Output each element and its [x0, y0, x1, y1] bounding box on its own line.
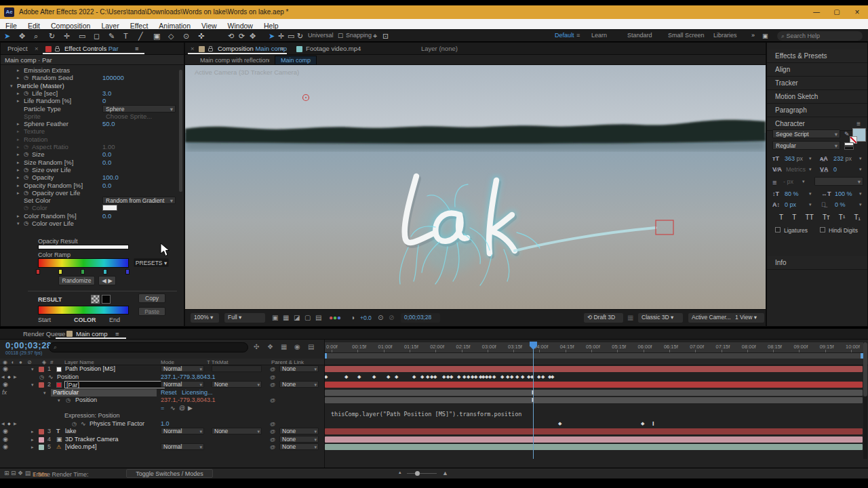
panel-header-effects-presets[interactable]: Effects & Presets: [767, 49, 867, 63]
keyframe-icon[interactable]: ◆: [551, 374, 554, 380]
property-row[interactable]: Set ColorRandom from Gradient▾: [1, 197, 180, 204]
layer-duration-bar[interactable]: [325, 366, 863, 372]
scale-gizmo-icon[interactable]: ▭: [288, 30, 294, 41]
add-keyframe-icon[interactable]: ◆: [7, 373, 11, 381]
property-row[interactable]: ▾Particle (Master): [1, 82, 180, 89]
stopwatch-icon[interactable]: ◷: [24, 220, 28, 227]
tab-effect-controls[interactable]: Effect Controls Par: [64, 45, 119, 52]
keyframe-icon[interactable]: ◆: [492, 374, 496, 380]
property-value[interactable]: 3.0: [102, 89, 111, 97]
workspace-default[interactable]: Default: [555, 32, 574, 39]
timeline-scrollbar[interactable]: [863, 342, 867, 459]
snap-options-icon[interactable]: ⌖: [373, 30, 377, 41]
puppet-tool-icon[interactable]: ✜: [198, 30, 204, 41]
layer-duration-bar[interactable]: [325, 436, 863, 443]
expand-icon[interactable]: ▸: [17, 182, 20, 189]
status-icons[interactable]: ⊞ ⊟ ❖ ▤: [4, 470, 31, 476]
keyframe-icon[interactable]: ◆: [395, 374, 398, 380]
parent-select[interactable]: None▾: [279, 365, 319, 372]
pickwhip-icon[interactable]: @: [270, 436, 275, 443]
trkmat-select[interactable]: None▾: [212, 428, 262, 434]
layer-name[interactable]: Path Position [MS]: [65, 365, 115, 373]
paste-button[interactable]: Paste: [138, 307, 165, 316]
transparency-grid-icon[interactable]: ▦: [283, 313, 289, 323]
expression-text[interactable]: thisComp.layer("Path Position [MS]").tra…: [331, 411, 521, 418]
resolution-select[interactable]: Full ▾: [224, 313, 265, 323]
exposure-icon[interactable]: ◑: [351, 313, 355, 323]
baseline-shift-value[interactable]: 0 px: [785, 201, 796, 208]
stroke-width-arrow[interactable]: ▾: [802, 179, 805, 184]
property-value-expression[interactable]: 237.1,-779.3,8043.1: [161, 396, 216, 404]
prev-keyframe-icon[interactable]: ◀: [1, 373, 5, 381]
property-row[interactable]: SpriteChoose Sprite...: [1, 113, 180, 120]
blend-mode-select[interactable]: Normal▾: [161, 381, 204, 388]
keyframe-icon[interactable]: ◆: [357, 374, 361, 380]
expression-pickwhip-icon[interactable]: @: [179, 405, 185, 412]
type-toggle[interactable]: TT: [806, 214, 814, 221]
licensing-link[interactable]: Licensing...: [182, 389, 213, 396]
pickwhip-icon[interactable]: @: [270, 420, 275, 428]
next-keyframe-icon[interactable]: ▶: [14, 373, 17, 381]
workspace-menu-icon[interactable]: ≡: [576, 32, 580, 39]
fx-badge[interactable]: fx: [2, 389, 7, 396]
pan-camera-icon[interactable]: ⟳: [239, 30, 245, 41]
keyframe-icon[interactable]: ◆: [510, 374, 513, 380]
parent-select[interactable]: None▾: [279, 436, 319, 443]
stopwatch-icon[interactable]: ◷: [66, 396, 71, 404]
show-snapshot-icon[interactable]: ⊘: [389, 313, 394, 323]
keyframe-icon[interactable]: ◆: [541, 374, 545, 380]
property-value[interactable]: 1.0: [161, 420, 170, 428]
parent-select[interactable]: None▾: [279, 443, 319, 450]
timeline-row[interactable]: ◉▸3TlakeNormal▾None▾@None▾: [0, 428, 324, 436]
type-tool-icon[interactable]: T: [123, 30, 128, 41]
keyframe-icon[interactable]: ◆: [641, 421, 644, 426]
expression-graph-icon[interactable]: ∿: [170, 405, 176, 412]
keyframe-icon[interactable]: ◆: [515, 374, 519, 380]
zoom-in-icon[interactable]: ▲: [442, 470, 448, 476]
roi-icon[interactable]: ▣: [272, 313, 278, 323]
workspace-standard[interactable]: Standard: [627, 32, 652, 39]
selection-tool-icon[interactable]: ➤: [4, 30, 10, 41]
timeline-row[interactable]: ◉▾1Path Position [MS]Normal▾@None▾: [0, 365, 324, 373]
tab-layer[interactable]: Layer (none): [421, 45, 458, 52]
expand-icon[interactable]: ▾: [31, 381, 34, 388]
property-row[interactable]: ▸◷Size0.0: [1, 150, 180, 158]
stopwatch-icon[interactable]: ◷: [24, 166, 28, 174]
property-row[interactable]: Particle TypeSphere▾: [1, 105, 180, 113]
trkmat-select[interactable]: None▾: [212, 381, 262, 388]
keyframe-icon[interactable]: ◆: [506, 374, 509, 380]
font-size-value[interactable]: 363 px: [785, 155, 803, 162]
keyframe-icon[interactable]: ◆: [412, 374, 416, 380]
tab-close-icon[interactable]: ×: [191, 45, 195, 52]
font-size-arrow[interactable]: ▾: [809, 156, 812, 161]
type-toggle[interactable]: T: [779, 214, 783, 221]
effect-name-selected[interactable]: Particular: [51, 389, 157, 396]
search-help-input[interactable]: ⌕ Search Help: [777, 31, 863, 41]
property-row[interactable]: ▾◷Color over Life: [1, 220, 180, 227]
tracking-arrow[interactable]: ▾: [859, 167, 862, 172]
layer-name[interactable]: lake: [65, 428, 77, 435]
expand-icon[interactable]: ▾: [43, 389, 46, 396]
layer-duration-bar[interactable]: [325, 428, 863, 434]
blend-mode-select[interactable]: Normal▾: [161, 365, 204, 372]
layer-duration-bar[interactable]: [325, 382, 863, 388]
property-row[interactable]: ▸◷Opacity100.0: [1, 174, 180, 181]
breadcrumb-current[interactable]: Main comp: [275, 56, 317, 65]
pickwhip-icon[interactable]: @: [270, 443, 275, 451]
stopwatch-icon[interactable]: ◷: [24, 150, 28, 158]
property-row[interactable]: ▸Sphere Feather50.0: [1, 120, 180, 127]
breadcrumb-prev[interactable]: Main comp with reflection: [200, 57, 269, 64]
tab-main-comp[interactable]: Main comp: [76, 330, 107, 338]
expand-icon[interactable]: ▸: [17, 89, 20, 97]
opacity-result-bar[interactable]: [38, 245, 129, 249]
workspace-overflow[interactable]: »: [751, 32, 755, 39]
expand-icon[interactable]: ▾: [31, 365, 34, 373]
rotate-gizmo-icon[interactable]: ↻: [297, 30, 303, 41]
property-value[interactable]: 100000: [102, 74, 124, 81]
ramp-stop-green[interactable]: [81, 269, 85, 274]
exposure-value[interactable]: +0.0: [360, 313, 372, 323]
zoom-tool-icon[interactable]: ⌕: [34, 30, 38, 41]
ramp-stop-red[interactable]: [36, 269, 40, 274]
property-dropdown[interactable]: Sphere▾: [102, 105, 176, 113]
mask-visibility-icon[interactable]: ◪: [294, 313, 300, 323]
